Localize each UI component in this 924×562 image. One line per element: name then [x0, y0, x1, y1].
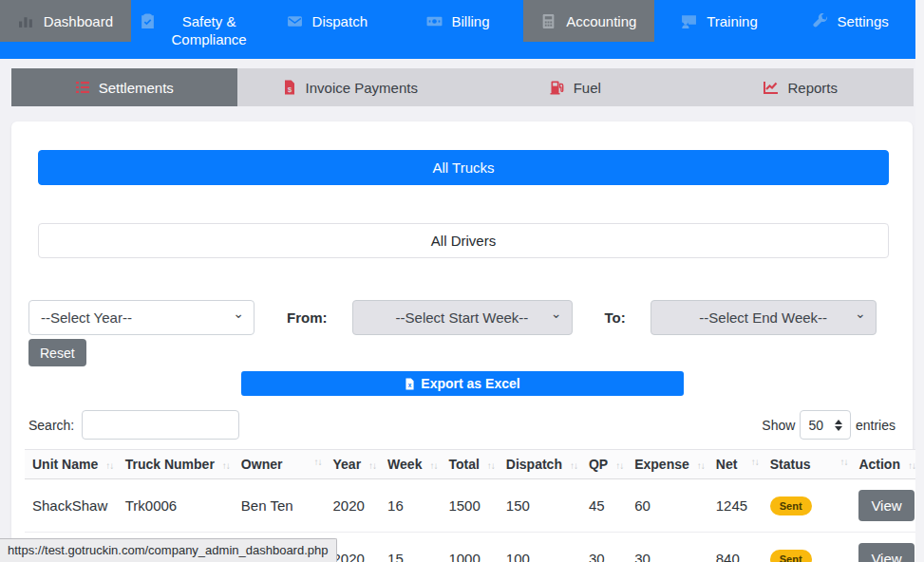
start-week-select-value: --Select Start Week-- — [396, 309, 529, 326]
envelope-icon — [287, 13, 303, 29]
cell-expense: 30 — [627, 533, 708, 562]
sort-icon — [222, 460, 230, 471]
col-week[interactable]: Week — [380, 450, 441, 479]
tab-safety-compliance[interactable]: Safety & Compliance — [131, 0, 262, 59]
entries-label: entries — [856, 418, 896, 433]
export-row: x Export as Excel — [21, 371, 903, 396]
subtab-settlements[interactable]: Settlements — [11, 68, 237, 106]
cell-week: 16 — [380, 479, 441, 533]
year-select[interactable]: --Select Year-- — [28, 300, 255, 335]
sort-icon — [570, 460, 577, 471]
svg-text:$: $ — [287, 85, 292, 94]
clipboard-check-icon — [140, 13, 156, 29]
col-truck-number-label: Truck Number — [125, 457, 215, 472]
wrench-icon — [812, 13, 828, 29]
teacher-icon — [681, 13, 697, 29]
top-navigation: Dashboard Safety & Compliance Dispatch B… — [0, 0, 915, 59]
money-bill-icon — [426, 13, 443, 29]
svg-text:x: x — [408, 381, 412, 387]
start-week-select[interactable]: --Select Start Week-- — [352, 300, 573, 335]
chart-line-icon — [764, 80, 779, 95]
status-bar-url: https://test.gotruckin.com/company_admin… — [0, 538, 337, 562]
file-excel-icon: x — [404, 378, 416, 390]
cell-qp: 45 — [581, 479, 627, 533]
tab-settings[interactable]: Settings — [784, 0, 915, 59]
tab-training[interactable]: Training — [654, 0, 785, 59]
tab-accounting[interactable]: Accounting — [523, 0, 654, 59]
accounting-subnav: Settlements $ Invoice Payments Fuel Repo… — [11, 68, 914, 106]
col-expense-label: Expense — [634, 457, 689, 472]
col-unit-name[interactable]: Unit Name — [25, 450, 118, 479]
tab-billing-label: Billing — [452, 12, 490, 30]
page-size-select[interactable]: 50 — [800, 410, 851, 440]
search-input[interactable] — [82, 410, 239, 440]
all-trucks-button[interactable]: All Trucks — [38, 150, 889, 185]
cell-dispatch: 150 — [499, 479, 581, 533]
col-net-label: Net — [716, 457, 738, 472]
col-net[interactable]: Net — [708, 450, 763, 479]
subtab-fuel[interactable]: Fuel — [462, 68, 688, 106]
bar-chart-icon — [18, 13, 34, 29]
view-button[interactable]: View — [858, 543, 914, 562]
to-label: To: — [605, 309, 626, 326]
search-label: Search: — [28, 418, 74, 433]
end-week-select-value: --Select End Week-- — [699, 309, 827, 326]
col-status[interactable]: Status — [763, 450, 852, 479]
sort-icon — [429, 460, 437, 471]
export-excel-button[interactable]: x Export as Excel — [241, 371, 684, 396]
sort-icon — [487, 460, 495, 471]
col-action[interactable]: Action — [851, 450, 919, 479]
tab-dashboard[interactable]: Dashboard — [0, 0, 131, 59]
all-drivers-button[interactable]: All Drivers — [38, 223, 889, 258]
col-qp[interactable]: QP — [581, 450, 627, 479]
col-year[interactable]: Year — [326, 450, 381, 479]
sort-icon — [908, 460, 915, 471]
cell-truck-number: Trk0006 — [118, 479, 234, 533]
col-qp-label: QP — [589, 457, 608, 472]
col-total[interactable]: Total — [441, 450, 498, 479]
subtab-fuel-label: Fuel — [574, 80, 601, 96]
scrollbar[interactable] — [915, 0, 924, 562]
cell-status: Sent — [763, 479, 852, 533]
table-header-row: Unit Name Truck Number Owner Year Week T… — [25, 450, 919, 479]
sort-icon — [615, 460, 623, 471]
end-week-select[interactable]: --Select End Week-- — [651, 300, 877, 335]
col-year-label: Year — [333, 457, 362, 472]
col-owner[interactable]: Owner — [234, 450, 326, 479]
sort-icon — [751, 457, 759, 467]
sort-icon — [697, 460, 705, 471]
filter-row: --Select Year-- From: --Select Start Wee… — [21, 300, 903, 335]
show-label: Show — [762, 418, 795, 433]
sort-icon — [368, 460, 376, 471]
col-action-label: Action — [858, 457, 900, 472]
col-dispatch[interactable]: Dispatch — [499, 450, 581, 479]
cell-year: 2020 — [326, 479, 381, 533]
spinner-icon — [835, 420, 842, 431]
subtab-reports[interactable]: Reports — [688, 68, 915, 106]
reset-button[interactable]: Reset — [28, 339, 86, 366]
tab-accounting-label: Accounting — [566, 12, 636, 30]
invoice-dollar-icon: $ — [282, 80, 297, 95]
col-unit-name-label: Unit Name — [32, 457, 98, 472]
cell-dispatch: 100 — [499, 533, 581, 562]
list-controls: Search: Show 50 entries — [21, 410, 903, 440]
col-owner-label: Owner — [241, 457, 283, 472]
subtab-invoice-payments[interactable]: $ Invoice Payments — [237, 68, 463, 106]
settlements-panel: All Trucks All Drivers --Select Year-- F… — [11, 122, 913, 562]
cell-net: 1245 — [708, 479, 763, 533]
tab-dispatch[interactable]: Dispatch — [261, 0, 392, 59]
view-button[interactable]: View — [858, 490, 914, 521]
calculator-icon — [540, 13, 556, 29]
tab-safety-compliance-label: Safety & Compliance — [165, 12, 253, 48]
page-size-value: 50 — [808, 418, 823, 433]
tab-settings-label: Settings — [838, 12, 889, 30]
col-truck-number[interactable]: Truck Number — [118, 450, 234, 479]
cell-total: 1500 — [441, 479, 498, 533]
subtab-reports-label: Reports — [787, 80, 838, 96]
cell-net: 840 — [708, 533, 763, 562]
col-expense[interactable]: Expense — [627, 450, 708, 479]
col-week-label: Week — [387, 457, 422, 472]
cell-owner: Ben Ten — [234, 479, 326, 533]
subtab-settlements-label: Settlements — [99, 80, 174, 96]
tab-billing[interactable]: Billing — [392, 0, 523, 59]
